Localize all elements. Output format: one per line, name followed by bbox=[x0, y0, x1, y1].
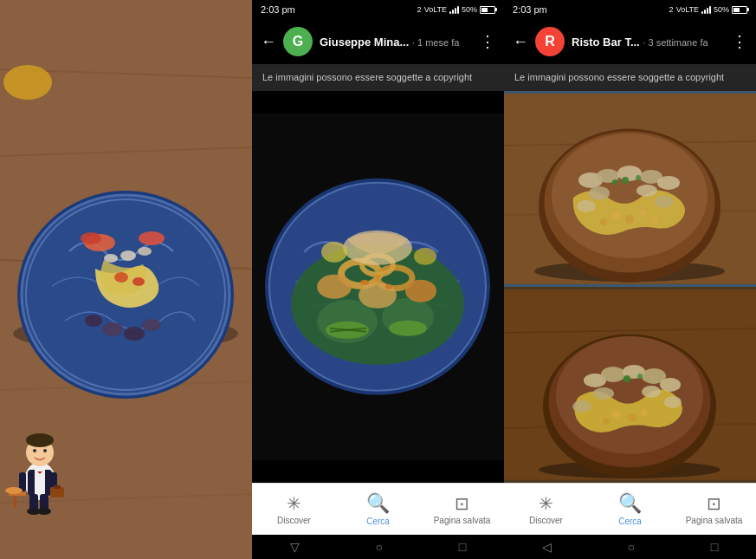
signal-bars bbox=[449, 5, 459, 14]
right-user-name: Risto Bar T... · 3 settimane fa bbox=[572, 36, 725, 49]
battery-icon bbox=[480, 6, 495, 14]
svg-point-78 bbox=[589, 186, 610, 200]
svg-point-61 bbox=[385, 284, 392, 289]
svg-point-111 bbox=[624, 375, 630, 382]
svg-point-19 bbox=[104, 254, 118, 263]
right-food-photo-top bbox=[504, 91, 756, 287]
svg-point-109 bbox=[641, 409, 648, 416]
svg-point-77 bbox=[657, 176, 680, 190]
svg-point-14 bbox=[124, 327, 145, 341]
svg-point-27 bbox=[43, 449, 47, 452]
svg-point-13 bbox=[102, 322, 123, 336]
right-panel: 2:03 pm 2 VoLTE 50% ← R Risto Bar T... bbox=[504, 0, 756, 559]
center-panel: 2:03 pm 2 VoLTE 50% ← G Giuseppe Mina... bbox=[252, 0, 504, 559]
center-cerca-label: Cerca bbox=[366, 517, 390, 526]
center-home-android[interactable]: ○ bbox=[376, 540, 383, 554]
center-user-name: Giuseppe Mina... · 1 mese fa bbox=[320, 36, 473, 49]
right-back-android[interactable]: ◁ bbox=[542, 540, 552, 554]
svg-point-112 bbox=[637, 374, 643, 379]
svg-point-107 bbox=[612, 411, 621, 419]
right-food-photo-bottom bbox=[504, 287, 756, 483]
right-header-info: Risto Bar T... · 3 settimane fa bbox=[572, 36, 725, 49]
right-nav-pagina-salvata[interactable]: ⊡ Pagina salvata bbox=[672, 490, 756, 529]
right-status-icons: 2 VoLTE 50% bbox=[669, 5, 747, 14]
svg-rect-34 bbox=[54, 485, 61, 489]
right-discover-icon: ✳ bbox=[539, 493, 553, 514]
center-food-photo bbox=[252, 91, 504, 483]
right-copyright: Le immagini possono essere soggette a co… bbox=[504, 64, 756, 91]
right-more-button[interactable]: ⋮ bbox=[732, 32, 747, 51]
svg-point-25 bbox=[26, 433, 54, 447]
center-back-android[interactable]: ▽ bbox=[290, 540, 300, 554]
right-sim-indicator: 2 bbox=[669, 5, 674, 14]
center-header-info: Giuseppe Mina... · 1 mese fa bbox=[320, 36, 473, 49]
center-nav-cerca[interactable]: 🔍 Cerca bbox=[336, 489, 420, 530]
right-pagina-label: Pagina salvata bbox=[686, 516, 743, 525]
center-nav-discover[interactable]: ✳ Discover bbox=[252, 490, 336, 529]
svg-point-52 bbox=[317, 275, 352, 299]
svg-point-82 bbox=[612, 211, 621, 219]
svg-point-16 bbox=[85, 315, 102, 327]
center-bottom-nav: ✳ Discover 🔍 Cerca ⊡ Pagina salvata bbox=[252, 483, 504, 535]
svg-point-89 bbox=[612, 179, 617, 185]
right-battery-percent: 50% bbox=[714, 5, 729, 14]
svg-point-102 bbox=[660, 378, 681, 392]
svg-point-87 bbox=[622, 177, 629, 184]
right-back-button[interactable]: ← bbox=[513, 33, 528, 51]
svg-point-41 bbox=[5, 487, 23, 494]
svg-point-83 bbox=[625, 215, 634, 224]
bookmark-icon: ⊡ bbox=[455, 493, 469, 514]
center-android-nav: ▽ ○ □ bbox=[252, 535, 504, 559]
svg-point-105 bbox=[572, 400, 591, 413]
right-signal-bars bbox=[701, 5, 711, 14]
svg-point-26 bbox=[33, 449, 36, 452]
center-nav-pagina-salvata[interactable]: ⊡ Pagina salvata bbox=[420, 490, 504, 529]
right-network-type: VoLTE bbox=[676, 5, 699, 14]
svg-point-106 bbox=[664, 396, 682, 408]
right-nav-discover[interactable]: ✳ Discover bbox=[504, 490, 588, 529]
right-discover-label: Discover bbox=[529, 516, 563, 525]
right-cerca-label: Cerca bbox=[618, 517, 642, 526]
svg-point-104 bbox=[642, 386, 661, 398]
svg-point-81 bbox=[577, 200, 596, 212]
center-status-bar: 2:03 pm 2 VoLTE 50% bbox=[252, 0, 504, 19]
svg-point-18 bbox=[138, 247, 152, 256]
right-recent-android[interactable]: □ bbox=[711, 540, 718, 554]
svg-point-58 bbox=[389, 321, 427, 336]
center-user-avatar: G bbox=[283, 27, 313, 56]
left-food-photo bbox=[0, 0, 252, 559]
svg-point-11 bbox=[81, 232, 101, 244]
svg-point-85 bbox=[600, 218, 607, 225]
right-home-android[interactable]: ○ bbox=[628, 540, 635, 554]
svg-point-20 bbox=[114, 272, 128, 283]
svg-point-97 bbox=[556, 336, 703, 454]
center-time: 2:03 pm bbox=[261, 4, 295, 15]
svg-point-88 bbox=[636, 175, 641, 180]
svg-point-64 bbox=[414, 248, 436, 265]
svg-point-80 bbox=[655, 196, 674, 208]
right-nav-cerca[interactable]: 🔍 Cerca bbox=[588, 489, 672, 530]
right-android-nav: ◁ ○ □ bbox=[504, 535, 756, 559]
center-recent-android[interactable]: □ bbox=[459, 540, 466, 554]
svg-point-86 bbox=[652, 216, 659, 223]
search-icon: 🔍 bbox=[366, 492, 390, 515]
right-time: 2:03 pm bbox=[513, 4, 547, 15]
svg-point-108 bbox=[628, 413, 636, 422]
svg-point-62 bbox=[374, 275, 381, 278]
sim-indicator: 2 bbox=[417, 5, 422, 14]
svg-point-17 bbox=[120, 250, 136, 261]
svg-point-15 bbox=[142, 319, 161, 331]
svg-point-63 bbox=[321, 242, 347, 263]
svg-point-99 bbox=[601, 367, 625, 382]
svg-point-79 bbox=[636, 185, 657, 197]
svg-point-72 bbox=[552, 133, 708, 258]
center-more-button[interactable]: ⋮ bbox=[480, 32, 495, 51]
right-battery-icon bbox=[732, 6, 747, 14]
svg-point-110 bbox=[603, 418, 610, 425]
right-bottom-nav: ✳ Discover 🔍 Cerca ⊡ Pagina salvata bbox=[504, 483, 756, 535]
svg-point-84 bbox=[639, 210, 646, 217]
center-back-button[interactable]: ← bbox=[261, 33, 276, 51]
right-food-photos bbox=[504, 91, 756, 483]
center-copyright: Le immagini possono essere soggette a co… bbox=[252, 64, 504, 91]
center-app-header: ← G Giuseppe Mina... · 1 mese fa ⋮ bbox=[252, 19, 504, 64]
